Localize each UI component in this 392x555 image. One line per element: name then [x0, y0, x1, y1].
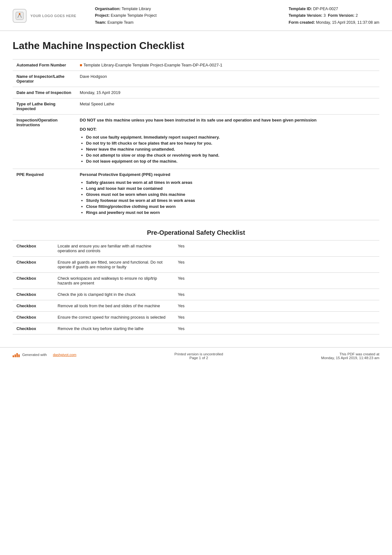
template-version-value: 3: [323, 13, 326, 18]
logo-icon: [13, 9, 27, 23]
cl-desc: Check workspaces and walkways to ensure …: [54, 272, 174, 289]
list-item: Sturdy footwear must be worn at all time…: [86, 198, 376, 203]
instructions-bold: DO NOT use this machine unless you have …: [80, 118, 376, 122]
dashpivot-link[interactable]: dashpivot.com: [53, 353, 76, 357]
cl-desc: Remove all tools from the bed and slides…: [54, 300, 174, 311]
list-item: Close fitting/protective clothing must b…: [86, 204, 376, 209]
print-line2: Page 1 of 2: [174, 356, 223, 360]
table-row: Checkbox Remove all tools from the bed a…: [13, 300, 379, 311]
cl-desc: Check the job is clamped tight in the ch…: [54, 289, 174, 300]
table-row: Type of Lathe Being Inspected Metal Spee…: [13, 98, 379, 114]
field-label: Type of Lathe Being Inspected: [13, 98, 76, 114]
template-id-value: DP-PEA-0027: [313, 7, 338, 11]
field-label: Automated Form Number: [13, 59, 76, 71]
dashpivot-icon: [13, 352, 20, 357]
template-version-label: Template Version:: [289, 13, 322, 18]
list-item: Do not leave equipment on top of the mac…: [86, 159, 376, 164]
field-label: Inspection/Operation Instructions: [13, 114, 76, 169]
cl-desc: Remove the chuck key before starting the…: [54, 323, 174, 334]
table-row: Checkbox Ensure all guards are fitted, s…: [13, 256, 379, 272]
table-row: Inspection/Operation Instructions DO NOT…: [13, 114, 379, 169]
cl-label: Checkbox: [13, 311, 54, 323]
form-number-value: Template Library-Example Template Projec…: [84, 63, 222, 67]
cl-desc: Locate and ensure you are familiar with …: [54, 240, 174, 256]
list-item: Do not try to lift chucks or face plates…: [86, 141, 376, 146]
checklist-table: Checkbox Locate and ensure you are famil…: [13, 240, 379, 334]
field-value: DO NOT use this machine unless you have …: [76, 114, 379, 169]
list-item: Gloves must not be worn when using this …: [86, 192, 376, 197]
page-header: YOUR LOGO GOES HERE Organisation: Templa…: [0, 0, 392, 31]
pdf-datetime: Monday, 15 April 2019, 11:48:23 am: [321, 356, 379, 360]
project-value: Example Template Project: [111, 13, 157, 18]
form-number-icon: ■: [80, 63, 82, 67]
cl-desc: Ensure the correct speed for machining p…: [54, 311, 174, 323]
table-row: Checkbox Locate and ensure you are famil…: [13, 240, 379, 256]
main-content: Lathe Machine Inspection Checklist Autom…: [0, 31, 392, 334]
table-row: Checkbox Remove the chuck key before sta…: [13, 323, 379, 334]
cl-label: Checkbox: [13, 300, 54, 311]
cl-value: Yes: [174, 272, 379, 289]
table-row: Checkbox Ensure the correct speed for ma…: [13, 311, 379, 323]
ppe-list: Safety glasses must be worn at all times…: [86, 180, 376, 215]
field-value: Personal Protective Equipment (PPE) requ…: [76, 169, 379, 220]
info-table: Automated Form Number ■Template Library-…: [13, 59, 379, 220]
header-right: Template ID: DP-PEA-0027 Template Versio…: [289, 6, 379, 26]
field-value: Metal Speed Lathe: [76, 98, 379, 114]
cl-value: Yes: [174, 240, 379, 256]
table-row: Checkbox Check the job is clamped tight …: [13, 289, 379, 300]
cl-label: Checkbox: [13, 272, 54, 289]
logo-text: YOUR LOGO GOES HERE: [30, 14, 76, 18]
field-value: Dave Hodgson: [76, 71, 379, 87]
org-value: Template Library: [122, 7, 151, 11]
field-value: Monday, 15 April 2019: [76, 87, 379, 98]
cl-label: Checkbox: [13, 240, 54, 256]
footer-left: Generated with dashpivot.com: [13, 352, 76, 357]
page-title: Lathe Machine Inspection Checklist: [13, 40, 379, 52]
cl-label: Checkbox: [13, 256, 54, 272]
do-not-header: DO NOT:: [80, 127, 376, 132]
list-item: Rings and jewellery must not be worn: [86, 210, 376, 215]
checklist-section-title: Pre-Operational Safety Checklist: [13, 229, 379, 236]
print-line1: Printed version is uncontrolled: [174, 352, 223, 356]
table-row: Name of Inspector/Lathe Operator Dave Ho…: [13, 71, 379, 87]
cl-value: Yes: [174, 256, 379, 272]
cl-desc: Ensure all guards are fitted, secure and…: [54, 256, 174, 272]
cl-value: Yes: [174, 323, 379, 334]
list-item: Do not attempt to slow or stop the chuck…: [86, 153, 376, 158]
logo-area: YOUR LOGO GOES HERE: [13, 9, 82, 23]
generated-text: Generated with: [22, 353, 47, 357]
list-item: Never leave the machine running unattend…: [86, 147, 376, 152]
team-label: Team:: [95, 20, 106, 25]
org-label: Organisation:: [95, 7, 121, 11]
cl-label: Checkbox: [13, 323, 54, 334]
form-version-value: 2: [356, 13, 358, 18]
field-label: PPE Required: [13, 169, 76, 220]
page-footer: Generated with dashpivot.com Printed ver…: [0, 347, 392, 364]
header-meta: Organisation: Template Library Project: …: [95, 6, 289, 26]
field-label: Date and Time of Inspection: [13, 87, 76, 98]
table-row: PPE Required Personal Protective Equipme…: [13, 169, 379, 220]
form-created-value: Monday, 15 April 2019, 11:37:08 am: [316, 20, 379, 25]
list-item: Do not use faulty equipment. Immediately…: [86, 135, 376, 140]
footer-center: Printed version is uncontrolled Page 1 o…: [174, 352, 223, 360]
table-row: Automated Form Number ■Template Library-…: [13, 59, 379, 71]
form-version-label: Form Version:: [328, 13, 354, 18]
cl-value: Yes: [174, 300, 379, 311]
do-not-list: Do not use faulty equipment. Immediately…: [86, 135, 376, 164]
table-row: Checkbox Check workspaces and walkways t…: [13, 272, 379, 289]
form-created-label: Form created:: [289, 20, 315, 25]
cl-value: Yes: [174, 289, 379, 300]
field-label: Name of Inspector/Lathe Operator: [13, 71, 76, 87]
ppe-bold: Personal Protective Equipment (PPE) requ…: [80, 172, 376, 177]
pdf-label: This PDF was created at: [321, 352, 379, 356]
cl-value: Yes: [174, 311, 379, 323]
team-value: Example Team: [107, 20, 133, 25]
template-id-label: Template ID:: [289, 7, 312, 11]
list-item: Safety glasses must be worn at all times…: [86, 180, 376, 185]
field-value: ■Template Library-Example Template Proje…: [76, 59, 379, 71]
table-row: Date and Time of Inspection Monday, 15 A…: [13, 87, 379, 98]
footer-right: This PDF was created at Monday, 15 April…: [321, 352, 379, 360]
project-label: Project:: [95, 13, 110, 18]
list-item: Long and loose hair must be contained: [86, 186, 376, 191]
svg-point-1: [19, 13, 21, 15]
